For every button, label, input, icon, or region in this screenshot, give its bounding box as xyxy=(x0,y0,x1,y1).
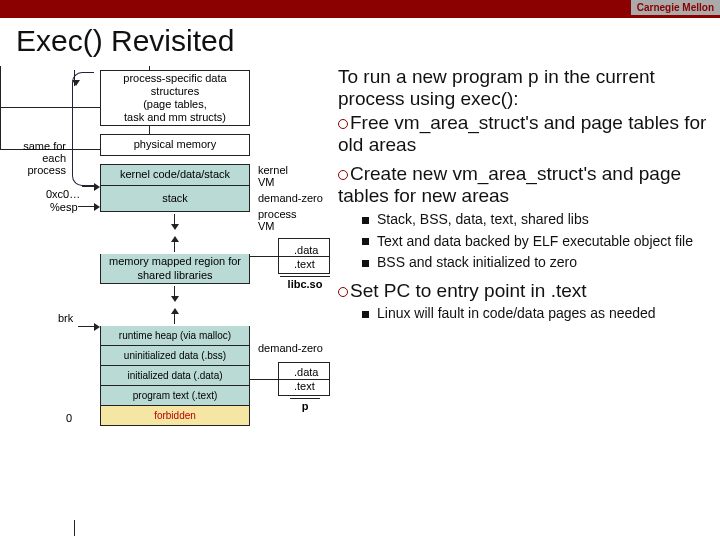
label-demand-zero-2: demand-zero xyxy=(258,342,338,354)
box-data: initialized data (.data) xyxy=(100,366,250,386)
label-lib-text: .text xyxy=(294,258,315,270)
sub-2-1-text: Text and data backed by ELF executable o… xyxy=(377,233,693,249)
arrow-up-icon xyxy=(174,238,175,252)
circle-bullet-icon xyxy=(338,119,348,129)
label-demand-zero-1: demand-zero xyxy=(258,192,338,204)
memory-diagram: same for each process process-specific d… xyxy=(0,66,350,540)
sub-3-0: Linux will fault in code/data pages as n… xyxy=(338,305,708,323)
square-bullet-icon xyxy=(362,260,369,267)
label-p: p xyxy=(290,398,320,412)
label-lib-data: .data xyxy=(294,244,318,256)
box-text: program text (.text) xyxy=(100,386,250,406)
lead-text: To run a new program p in the current pr… xyxy=(338,66,708,110)
box-heap: runtime heap (via malloc) xyxy=(100,326,250,346)
label-kernel-vm: kernel VM xyxy=(258,164,298,188)
sub-2-2-text: BSS and stack initialized to zero xyxy=(377,254,577,270)
page-title: Exec() Revisited xyxy=(0,18,720,66)
sub-3-0-text: Linux will fault in code/data pages as n… xyxy=(377,305,656,321)
label-p-text: .text xyxy=(294,380,315,392)
arrow-libc xyxy=(250,256,278,257)
arrow-up2-icon xyxy=(174,310,175,324)
square-bullet-icon xyxy=(362,238,369,245)
box-physical-memory: physical memory xyxy=(100,134,250,156)
text-column: To run a new program p in the current pr… xyxy=(338,66,714,323)
square-bullet-icon xyxy=(362,311,369,318)
label-zero: 0 xyxy=(66,412,72,424)
box-process-specific: process-specific data structures (page t… xyxy=(100,70,250,126)
bullet-1-text: Free vm_area_struct's and page tables fo… xyxy=(338,112,706,155)
arrow-down2-icon xyxy=(174,286,175,300)
box-forbidden: forbidden xyxy=(100,406,250,426)
arrow-esp xyxy=(78,206,98,207)
arrow-mmap-up xyxy=(74,520,75,536)
box-stack: stack xyxy=(100,186,250,212)
sub-2-1: Text and data backed by ELF executable o… xyxy=(338,233,708,251)
libc-divider xyxy=(278,256,330,257)
box-mmap: memory mapped region for shared librarie… xyxy=(100,254,250,284)
arrow-brk xyxy=(78,326,98,327)
circle-bullet-icon xyxy=(338,170,348,180)
label-p-data: .data xyxy=(294,366,318,378)
label-0xc0: 0xc0… xyxy=(46,188,80,200)
arrow-down-icon xyxy=(174,214,175,228)
box-bss: uninitialized data (.bss) xyxy=(100,346,250,366)
label-libc: libc.so xyxy=(280,276,330,290)
brand-bar: Carnegie Mellon xyxy=(0,0,720,18)
circle-bullet-icon xyxy=(338,287,348,297)
bullet-1: Free vm_area_struct's and page tables fo… xyxy=(338,112,708,156)
square-bullet-icon xyxy=(362,217,369,224)
slide-body: same for each process process-specific d… xyxy=(0,66,720,540)
sub-2-0: Stack, BSS, data, text, shared libs xyxy=(338,211,708,229)
brand-label: Carnegie Mellon xyxy=(631,0,720,15)
sub-2-0-text: Stack, BSS, data, text, shared libs xyxy=(377,211,589,227)
arrow-c0 xyxy=(82,186,98,187)
bullet-3-text: Set PC to entry point in .text xyxy=(350,280,587,301)
label-esp: %esp xyxy=(50,201,78,213)
label-process-vm: process VM xyxy=(258,208,308,232)
bullet-2-text: Create new vm_area_struct's and page tab… xyxy=(338,163,681,206)
label-brk: brk xyxy=(58,312,73,324)
box-kernel: kernel code/data/stack xyxy=(100,164,250,186)
sub-2-2: BSS and stack initialized to zero xyxy=(338,254,708,272)
arrow-p xyxy=(250,379,278,380)
bullet-2: Create new vm_area_struct's and page tab… xyxy=(338,163,708,207)
same-for-each-label: same for each process xyxy=(6,140,66,176)
bullet-3: Set PC to entry point in .text xyxy=(338,280,708,302)
